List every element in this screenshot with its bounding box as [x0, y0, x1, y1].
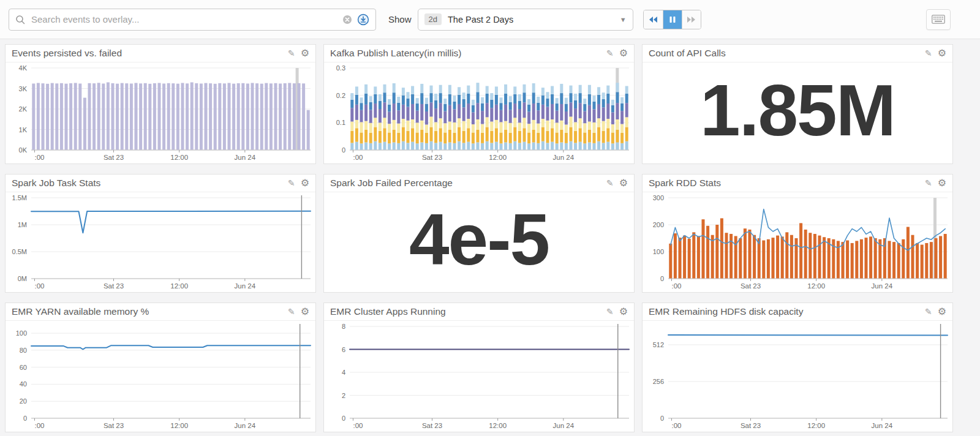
- playback-controls: [643, 10, 701, 29]
- svg-text:Jun 24: Jun 24: [235, 282, 256, 290]
- edit-icon[interactable]: ✎: [925, 307, 932, 316]
- settings-gear-icon[interactable]: ⚙: [619, 48, 628, 58]
- overlay-download-arrow-icon[interactable]: [357, 13, 369, 26]
- svg-text:12:00: 12:00: [170, 154, 188, 161]
- line-chart[interactable]: 0256512:00Sat 2312:00Jun 24: [643, 321, 952, 432]
- forward-button[interactable]: [682, 10, 701, 29]
- svg-text:1M: 1M: [18, 221, 27, 228]
- tile-spark-rdd-stats: Spark RDD Stats ✎⚙ 0100200300:00Sat 2312…: [642, 174, 953, 293]
- tile-header: Events persisted vs. failed ✎⚙: [6, 45, 315, 62]
- svg-text:0.2: 0.2: [336, 92, 345, 99]
- settings-gear-icon[interactable]: ⚙: [938, 307, 946, 317]
- svg-text:0.1: 0.1: [336, 119, 345, 126]
- svg-text:Sat 23: Sat 23: [422, 422, 442, 429]
- svg-text:1K: 1K: [19, 126, 28, 133]
- edit-icon[interactable]: ✎: [925, 49, 932, 58]
- edit-icon[interactable]: ✎: [925, 179, 932, 187]
- edit-icon[interactable]: ✎: [606, 49, 614, 58]
- svg-text:1.5M: 1.5M: [12, 194, 27, 201]
- top-toolbar: Show 2d The Past 2 Days ▼: [0, 0, 980, 39]
- forward-icon: [687, 16, 696, 23]
- big-number-value: 1.85M: [643, 62, 952, 164]
- svg-text:4: 4: [342, 369, 345, 376]
- svg-text:Sat 23: Sat 23: [104, 422, 124, 429]
- settings-gear-icon[interactable]: ⚙: [301, 307, 309, 317]
- clear-search-icon[interactable]: [342, 15, 352, 24]
- settings-gear-icon[interactable]: ⚙: [938, 48, 946, 58]
- stacked-bar-chart[interactable]: 00.10.20.3:00Sat 2312:00Jun 24: [324, 62, 634, 164]
- svg-text:0: 0: [23, 415, 27, 422]
- line-chart[interactable]: 020406080100:00Sat 2312:00Jun 24: [6, 321, 315, 432]
- settings-gear-icon[interactable]: ⚙: [938, 178, 946, 188]
- svg-text::00: :00: [34, 154, 44, 161]
- tile-emr-yarn-memory: EMR YARN available memory % ✎⚙ 020406080…: [5, 303, 316, 432]
- svg-text:Jun 24: Jun 24: [553, 154, 575, 161]
- svg-text:20: 20: [20, 397, 27, 405]
- rewind-icon: [648, 16, 658, 23]
- svg-text:0K: 0K: [19, 146, 28, 154]
- tile-kafka-latency: Kafka Publish Latency(in millis) ✎⚙ 00.1…: [323, 44, 635, 164]
- svg-text::00: :00: [34, 422, 44, 429]
- svg-text:300: 300: [653, 194, 664, 201]
- tile-header: Count of API Calls ✎⚙: [643, 45, 952, 62]
- svg-text:512: 512: [653, 341, 664, 348]
- tile-header: Spark Job Task Stats ✎⚙: [6, 175, 315, 192]
- dashboard-grid: Events persisted vs. failed ✎⚙ 0K1K2K3K4…: [0, 39, 980, 432]
- tile-title: Count of API Calls: [649, 48, 925, 59]
- svg-text:0M: 0M: [18, 275, 27, 282]
- svg-text:60: 60: [20, 364, 27, 371]
- line-chart[interactable]: 02468:00Sat 2312:00Jun 24: [324, 321, 634, 432]
- edit-icon[interactable]: ✎: [606, 179, 614, 187]
- event-search-box[interactable]: [9, 9, 376, 31]
- svg-text:Jun 24: Jun 24: [235, 154, 256, 161]
- tile-header: EMR Remaining HDFS disk capacity ✎⚙: [643, 303, 952, 321]
- svg-text::00: :00: [353, 422, 363, 429]
- pause-button[interactable]: [663, 10, 682, 29]
- pause-icon: [669, 16, 676, 23]
- svg-text:0: 0: [342, 146, 345, 154]
- tile-header: EMR YARN available memory % ✎⚙: [6, 303, 315, 321]
- settings-gear-icon[interactable]: ⚙: [619, 307, 628, 317]
- svg-text:4K: 4K: [19, 64, 28, 72]
- bar-line-chart[interactable]: 0100200300:00Sat 2312:00Jun 24: [643, 192, 952, 292]
- timeframe-label: The Past 2 Days: [448, 15, 614, 24]
- tile-header: Kafka Publish Latency(in millis) ✎⚙: [324, 45, 634, 62]
- line-chart[interactable]: 0M0.5M1M1.5M:00Sat 2312:00Jun 24: [6, 192, 315, 292]
- keyboard-icon: [932, 15, 945, 24]
- settings-gear-icon[interactable]: ⚙: [301, 48, 309, 58]
- svg-text:0: 0: [660, 275, 664, 282]
- svg-text:0: 0: [342, 415, 345, 422]
- tile-title: Kafka Publish Latency(in millis): [330, 48, 606, 59]
- edit-icon[interactable]: ✎: [288, 179, 295, 187]
- bar-chart[interactable]: 0K1K2K3K4K:00Sat 2312:00Jun 24: [6, 62, 315, 164]
- edit-icon[interactable]: ✎: [288, 307, 295, 316]
- settings-gear-icon[interactable]: ⚙: [301, 178, 309, 188]
- tile-title: Events persisted vs. failed: [12, 48, 288, 59]
- show-label: Show: [388, 14, 412, 24]
- svg-text:2: 2: [342, 392, 345, 399]
- timeframe-badge: 2d: [424, 13, 442, 25]
- svg-text:Jun 24: Jun 24: [235, 422, 256, 429]
- tile-title: Spark Job Task Stats: [12, 178, 288, 189]
- rewind-button[interactable]: [644, 10, 663, 29]
- edit-icon[interactable]: ✎: [606, 307, 614, 316]
- timeframe-select[interactable]: 2d The Past 2 Days ▼: [418, 9, 633, 31]
- svg-text:0.5M: 0.5M: [12, 248, 27, 255]
- search-input[interactable]: [30, 13, 337, 25]
- svg-text:Jun 24: Jun 24: [872, 282, 893, 290]
- svg-text:Sat 23: Sat 23: [104, 282, 124, 290]
- keyboard-shortcuts-button[interactable]: [926, 9, 951, 30]
- tile-spark-failed-pct: Spark Job Failed Percentage ✎⚙ 4e-5: [323, 174, 635, 293]
- svg-text:12:00: 12:00: [170, 282, 188, 290]
- svg-text:2K: 2K: [19, 105, 28, 113]
- svg-text:6: 6: [342, 346, 345, 353]
- settings-gear-icon[interactable]: ⚙: [619, 178, 628, 188]
- svg-text::00: :00: [34, 282, 44, 290]
- svg-text:Sat 23: Sat 23: [741, 282, 761, 290]
- svg-text:Jun 24: Jun 24: [553, 422, 575, 429]
- svg-text:12:00: 12:00: [489, 422, 507, 429]
- tile-api-calls: Count of API Calls ✎⚙ 1.85M: [642, 44, 953, 164]
- svg-text:200: 200: [653, 221, 664, 228]
- tile-header: Spark Job Failed Percentage ✎⚙: [324, 175, 634, 192]
- edit-icon[interactable]: ✎: [288, 49, 295, 58]
